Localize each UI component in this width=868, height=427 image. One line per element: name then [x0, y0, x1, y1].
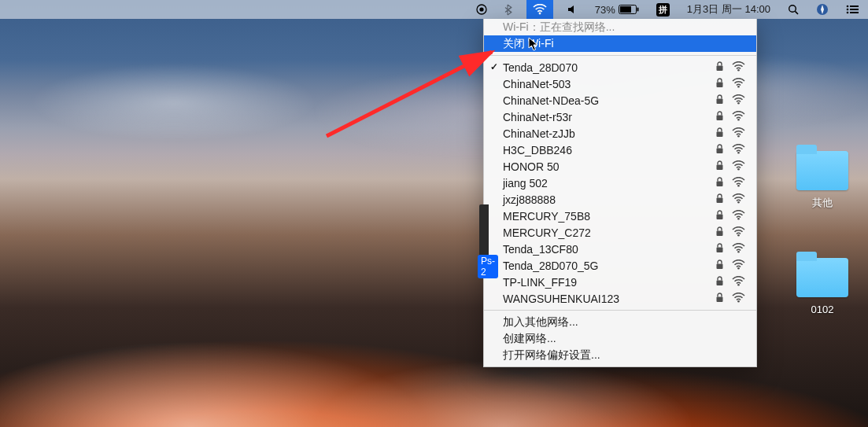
svg-rect-17: [717, 82, 723, 87]
lock-icon: [715, 111, 724, 123]
svg-point-26: [737, 152, 740, 154]
wifi-signal-icon: [732, 243, 745, 256]
wifi-network-item[interactable]: TP-LINK_FF19: [484, 274, 756, 290]
wifi-signal-icon: [732, 127, 745, 140]
menu-separator: [484, 310, 756, 311]
wifi-network-item[interactable]: ChinaNet-NDea-5G: [484, 92, 756, 109]
lock-icon: [715, 177, 724, 190]
svg-rect-33: [717, 214, 723, 219]
wifi-network-name: HONOR 50: [503, 160, 560, 173]
lock-icon: [715, 144, 724, 156]
lock-icon: [715, 193, 724, 206]
lock-icon: [715, 127, 724, 140]
clock-text: 1月3日 周一 14:00: [687, 2, 770, 17]
svg-rect-43: [717, 296, 723, 302]
wifi-network-item[interactable]: Tenda_28D070_5G: [484, 257, 756, 274]
screen-record-icon[interactable]: [473, 0, 490, 19]
wifi-network-item[interactable]: ChinaNet-r53r: [484, 109, 756, 125]
svg-point-2: [538, 13, 541, 15]
wifi-network-name: ChinaNet-r53r: [503, 111, 572, 123]
svg-point-11: [847, 9, 849, 11]
svg-point-28: [737, 168, 740, 171]
wifi-network-name: Tenda_28D070: [503, 61, 578, 74]
wifi-network-name: MERCURY_75B8: [503, 210, 590, 223]
wifi-network-item[interactable]: ✓Tenda_28D070: [484, 59, 756, 75]
svg-point-22: [737, 119, 740, 121]
menu-separator: [484, 55, 756, 56]
desktop-file-label: Ps-2: [478, 255, 498, 278]
folder-label: 其他: [807, 195, 837, 211]
svg-rect-14: [850, 12, 859, 13]
battery-status[interactable]: 73%: [592, 0, 642, 19]
wifi-signal-icon: [732, 160, 745, 173]
svg-rect-21: [717, 115, 723, 120]
input-method-badge[interactable]: 拼: [653, 0, 673, 19]
svg-rect-41: [717, 280, 723, 285]
lock-icon: [715, 61, 724, 74]
desktop-folder[interactable]: 其他: [791, 151, 854, 211]
wifi-network-name: jiang 502: [503, 177, 548, 190]
wifi-network-item[interactable]: MERCURY_C272: [484, 224, 756, 241]
wifi-open-prefs-item[interactable]: 打开网络偏好设置...: [484, 347, 756, 363]
wifi-network-item[interactable]: ChinaNet-zJJb: [484, 125, 756, 142]
wifi-signal-icon: [732, 144, 745, 156]
wifi-network-item[interactable]: HONOR 50: [484, 158, 756, 175]
svg-rect-35: [717, 230, 723, 236]
wifi-network-name: ChinaNet-NDea-5G: [503, 94, 599, 107]
svg-point-42: [737, 284, 740, 286]
svg-rect-4: [620, 6, 631, 13]
safari-extension-icon[interactable]: [813, 0, 832, 19]
wifi-signal-icon: [732, 210, 745, 223]
wifi-signal-icon: [732, 78, 745, 90]
wifi-dropdown-menu: Wi-Fi：正在查找网络... 关闭 Wi-Fi ✓Tenda_28D070Ch…: [483, 19, 757, 367]
checkmark-icon: ✓: [490, 61, 498, 72]
svg-point-9: [847, 6, 849, 8]
wifi-network-name: ChinaNet-503: [503, 78, 571, 90]
wifi-network-name: MERCURY_C272: [503, 226, 591, 239]
desktop-folder[interactable]: 0102: [791, 258, 854, 316]
svg-rect-23: [717, 131, 723, 137]
svg-point-6: [789, 6, 796, 13]
lock-icon: [715, 260, 724, 272]
wifi-turn-off-item[interactable]: 关闭 Wi-Fi: [484, 35, 756, 52]
wifi-network-name: Tenda_13CF80: [503, 243, 578, 256]
wifi-network-item[interactable]: jxzj888888: [484, 191, 756, 208]
wifi-status-text: Wi-Fi：正在查找网络...: [503, 20, 615, 35]
lock-icon: [715, 293, 724, 305]
wifi-status-icon[interactable]: [526, 0, 553, 19]
lock-icon: [715, 276, 724, 289]
desktop-file-peek[interactable]: Ps-2: [479, 204, 489, 275]
clock-date[interactable]: 1月3日 周一 14:00: [684, 0, 774, 19]
wifi-network-item[interactable]: MERCURY_75B8: [484, 208, 756, 224]
wifi-signal-icon: [732, 260, 745, 272]
menu-bar: 73% 拼 1月3日 周一 14:00: [0, 0, 868, 19]
wifi-create-network-item[interactable]: 创建网络...: [484, 330, 756, 347]
svg-point-30: [737, 185, 740, 187]
svg-point-24: [737, 135, 740, 138]
wifi-network-item[interactable]: jiang 502: [484, 175, 756, 191]
svg-point-20: [737, 102, 740, 105]
wifi-status-row: Wi-Fi：正在查找网络...: [484, 19, 756, 35]
svg-rect-39: [717, 263, 723, 269]
wifi-network-name: TP-LINK_FF19: [503, 276, 577, 289]
wifi-signal-icon: [732, 226, 745, 239]
wifi-join-other-item[interactable]: 加入其他网络...: [484, 314, 756, 330]
wifi-network-item[interactable]: H3C_DBB246: [484, 142, 756, 158]
wifi-signal-icon: [732, 61, 745, 74]
svg-rect-27: [717, 164, 723, 170]
svg-point-38: [737, 251, 740, 253]
svg-rect-31: [717, 197, 723, 203]
svg-rect-29: [717, 181, 723, 186]
wifi-network-name: jxzj888888: [503, 193, 556, 206]
spotlight-icon[interactable]: [785, 0, 802, 19]
wifi-network-item[interactable]: WANGSUHENKUAI123: [484, 290, 756, 307]
bluetooth-icon[interactable]: [501, 0, 515, 19]
folder-icon: [796, 258, 848, 297]
volume-icon[interactable]: [564, 0, 581, 19]
svg-rect-12: [850, 9, 859, 10]
notification-center-icon[interactable]: [843, 0, 862, 19]
svg-rect-15: [717, 65, 723, 71]
svg-point-18: [737, 86, 740, 88]
wifi-network-item[interactable]: ChinaNet-503: [484, 75, 756, 92]
wifi-network-item[interactable]: Tenda_13CF80: [484, 241, 756, 257]
